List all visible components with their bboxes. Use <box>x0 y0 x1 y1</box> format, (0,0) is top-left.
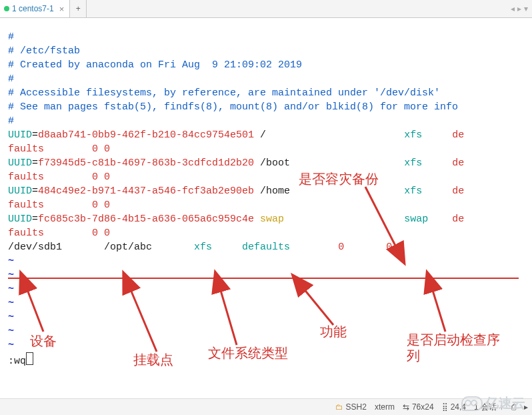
equals: = <box>32 185 38 197</box>
comment-line: # <box>8 114 527 128</box>
fstab-entry: UUID=fc685c3b-7d86-4b15-a636-065a6c959c4… <box>8 212 527 226</box>
fstab-entry-cont: faults 0 0 <box>8 198 527 212</box>
vim-command: :wq <box>8 356 26 367</box>
status-bar: 🗀SSH2 xterm ⇆76x24 ⣿24,4 1 会话↑ ⎙ ▸ <box>0 398 532 415</box>
dump: 0 <box>92 171 98 183</box>
opts-de: de <box>452 157 464 169</box>
uuid-value: d8aab741-0bb9-462f-b210-84cc9754e501 <box>38 129 254 141</box>
mount-point: swap <box>260 214 284 225</box>
uuid-keyword: UUID <box>8 185 32 197</box>
opts-faults: faults <box>8 143 44 155</box>
vim-command-line[interactable]: :wq <box>8 352 527 366</box>
plus-icon: + <box>76 4 81 13</box>
uuid-keyword: UUID <box>8 214 32 225</box>
opts-de: de <box>452 214 464 225</box>
watermark-icon <box>461 396 483 411</box>
fs-type: xfs <box>194 242 212 253</box>
opts-de: de <box>452 185 464 197</box>
status-dot-icon <box>4 6 9 11</box>
tab-bar: 1 centos7-1 × + ◂ ▸ ▾ <box>0 0 532 18</box>
pass: 0 <box>104 228 110 239</box>
tab-nav: ◂ ▸ ▾ <box>507 0 532 17</box>
comment-line: # See man pages fstab(5), findfs(8), mou… <box>8 100 527 114</box>
fstab-entry-cont: faults 0 0 <box>8 226 527 240</box>
fs-type: xfs <box>404 185 422 197</box>
status-size-label: 76x24 <box>412 402 434 412</box>
vim-tilde: ~ <box>8 254 527 268</box>
cursor-icon <box>26 352 33 365</box>
equals: = <box>32 129 38 141</box>
terminal[interactable]: # # /etc/fstab # Created by anaconda on … <box>0 18 532 382</box>
status-term: xterm <box>375 402 395 412</box>
pass: 0 <box>386 242 392 253</box>
comment-line: # /etc/fstab <box>8 44 527 58</box>
size-icon: ⇆ <box>403 402 409 412</box>
fstab-entry: UUID=f73945d5-c81b-4697-863b-3cdfcd1d2b2… <box>8 156 527 170</box>
vim-tilde: ~ <box>8 310 527 324</box>
mount-point: / <box>260 129 266 141</box>
pass: 0 <box>104 171 110 183</box>
status-size: ⇆76x24 <box>403 402 434 412</box>
tab-title: 1 centos7-1 <box>12 4 54 13</box>
fs-type: swap <box>404 214 428 225</box>
watermark: 亿速云 <box>461 394 525 412</box>
folder-icon: 🗀 <box>335 402 343 412</box>
uuid-keyword: UUID <box>8 157 32 169</box>
pos-icon: ⣿ <box>442 402 448 412</box>
comment-line: # <box>8 30 527 44</box>
watermark-text: 亿速云 <box>485 394 525 412</box>
opts-faults: faults <box>8 199 44 211</box>
fstab-entry-cont: faults 0 0 <box>8 170 527 184</box>
fstab-entry: UUID=d8aab741-0bb9-462f-b210-84cc9754e50… <box>8 128 527 142</box>
equals: = <box>32 157 38 169</box>
annotation-underline <box>8 278 519 279</box>
mount-point: /opt/abc <box>104 242 152 253</box>
vim-tilde: ~ <box>8 324 527 338</box>
tab-menu-icon[interactable]: ▾ <box>524 4 528 13</box>
uuid-keyword: UUID <box>8 129 32 141</box>
options: defaults <box>242 242 290 253</box>
close-icon[interactable]: × <box>57 4 65 14</box>
vim-tilde: ~ <box>8 268 527 282</box>
dump: 0 <box>92 199 98 211</box>
fstab-new-entry: /dev/sdb1 /opt/abc xfs defaults 0 0 <box>8 240 527 254</box>
uuid-value: fc685c3b-7d86-4b15-a636-065a6c959c4e <box>38 214 254 225</box>
tab-prev-icon[interactable]: ◂ <box>511 4 515 13</box>
mount-point: /home <box>260 185 290 197</box>
fstab-entry-cont: faults 0 0 <box>8 142 527 156</box>
tab-centos7-1[interactable]: 1 centos7-1 × <box>0 0 70 17</box>
pass: 0 <box>104 199 110 211</box>
mount-point: /boot <box>260 157 290 169</box>
tab-next-icon[interactable]: ▸ <box>517 4 521 13</box>
fs-type: xfs <box>404 157 422 169</box>
vim-tilde: ~ <box>8 338 527 352</box>
comment-line: # Accessible filesystems, by reference, … <box>8 86 527 100</box>
opts-faults: faults <box>8 228 44 239</box>
vim-tilde: ~ <box>8 282 527 296</box>
fstab-entry: UUID=484c49e2-b971-4437-a546-fcf3ab2e90e… <box>8 184 527 198</box>
opts-faults: faults <box>8 171 44 183</box>
vim-tilde: ~ <box>8 296 527 310</box>
status-proto: 🗀SSH2 <box>335 402 367 412</box>
comment-line: # Created by anaconda on Fri Aug 9 21:09… <box>8 58 527 72</box>
new-tab-button[interactable]: + <box>70 0 87 17</box>
device: /dev/sdb1 <box>8 242 62 253</box>
uuid-value: f73945d5-c81b-4697-863b-3cdfcd1d2b20 <box>38 157 254 169</box>
equals: = <box>32 214 38 225</box>
tab-spacer <box>87 0 507 17</box>
comment-line: # <box>8 72 527 86</box>
fs-type: xfs <box>404 129 422 141</box>
opts-de: de <box>452 129 464 141</box>
dump: 0 <box>92 143 98 155</box>
pass: 0 <box>104 143 110 155</box>
dump: 0 <box>338 242 344 253</box>
dump: 0 <box>92 228 98 239</box>
uuid-value: 484c49e2-b971-4437-a546-fcf3ab2e90eb <box>38 185 254 197</box>
status-proto-label: SSH2 <box>346 402 367 412</box>
